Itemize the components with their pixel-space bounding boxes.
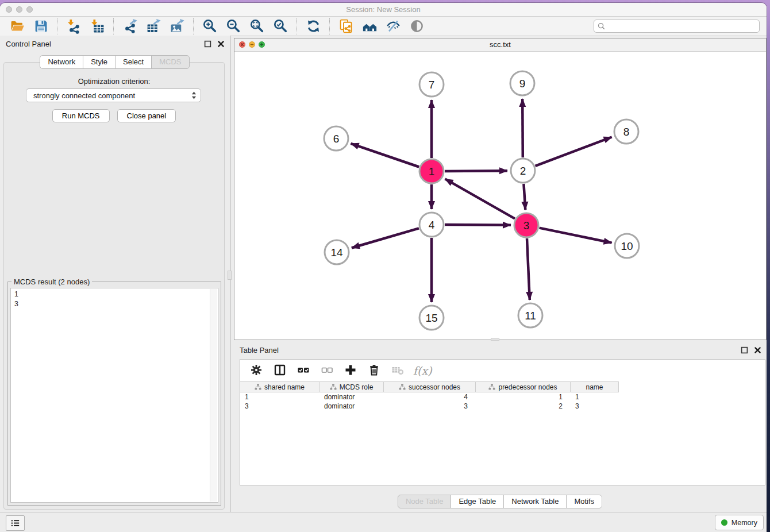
graph-edge-2-8[interactable] — [536, 137, 612, 166]
network-canvas[interactable]: 7968124314101511 — [234, 51, 766, 340]
graph-edge-2-9[interactable] — [522, 99, 523, 157]
column-header-predecessor-nodes[interactable]: predecessor nodes — [476, 381, 571, 392]
apply-layout-button[interactable] — [302, 18, 325, 35]
result-scrollbar[interactable] — [210, 289, 217, 502]
column-header-shared-name[interactable]: shared name — [240, 381, 319, 392]
zoom-fit-button[interactable] — [245, 18, 268, 35]
graph-node-9[interactable]: 9 — [510, 71, 534, 95]
network-minimize-button[interactable] — [249, 41, 255, 48]
minimize-window-button[interactable] — [16, 6, 22, 13]
import-table-button[interactable] — [86, 18, 109, 35]
network-maximize-button[interactable] — [259, 41, 265, 48]
table-cell[interactable]: 3 — [240, 402, 319, 410]
show-all-button[interactable] — [405, 18, 428, 35]
network-close-button[interactable] — [239, 41, 245, 48]
float-panel-icon[interactable] — [204, 40, 211, 48]
hide-columns-icon — [321, 364, 333, 378]
table-cell[interactable]: 1 — [571, 393, 619, 401]
graph-node-1[interactable]: 1 — [419, 159, 444, 183]
tab-network[interactable]: Network — [40, 55, 83, 69]
table-row[interactable]: 3dominator323 — [240, 402, 765, 411]
tab-style[interactable]: Style — [83, 55, 116, 69]
zoom-in-button[interactable] — [198, 18, 221, 35]
graph-node-label: 14 — [330, 246, 343, 259]
zoom-out-button[interactable] — [222, 18, 245, 35]
tab-select[interactable]: Select — [115, 55, 152, 69]
graph-edge-4-14[interactable] — [352, 228, 419, 248]
tab-network-table[interactable]: Network Table — [503, 495, 567, 508]
tab-edge-table[interactable]: Edge Table — [451, 495, 504, 508]
search-input[interactable] — [594, 20, 760, 33]
horizontal-splitter-handle[interactable] — [491, 338, 499, 341]
graph-edge-3-10[interactable] — [540, 228, 612, 243]
close-table-panel-icon[interactable] — [754, 346, 761, 354]
graph-node-14[interactable]: 14 — [325, 240, 349, 264]
clone-network-button[interactable] — [334, 18, 357, 35]
graph-edge-1-6[interactable] — [351, 144, 419, 167]
table-cell[interactable]: 2 — [476, 402, 571, 410]
close-panel-button[interactable]: Close panel — [117, 109, 176, 122]
zoom-selected-button[interactable] — [269, 18, 292, 35]
zoom-out-icon — [226, 18, 241, 34]
graph-node-11[interactable]: 11 — [518, 303, 542, 327]
table-cell[interactable]: 1 — [240, 393, 319, 401]
graph-node-2[interactable]: 2 — [511, 159, 535, 183]
graph-node-7[interactable]: 7 — [419, 72, 444, 97]
first-neighbors-button[interactable] — [358, 18, 381, 35]
graph-node-6[interactable]: 6 — [324, 126, 348, 151]
open-file-button[interactable] — [6, 18, 29, 35]
gear-button[interactable] — [245, 362, 267, 379]
column-header-successor-nodes[interactable]: successor nodes — [384, 381, 476, 392]
graph-node-3[interactable]: 3 — [514, 213, 538, 237]
toolbar-separator — [329, 18, 330, 34]
table-cell[interactable]: 4 — [384, 393, 476, 401]
main-toolbar — [0, 17, 767, 36]
criterion-dropdown[interactable]: strongly connected component — [26, 88, 201, 102]
column-header-label: successor nodes — [409, 383, 460, 391]
graph-edge-3-11[interactable] — [527, 238, 530, 300]
graph-edge-4-3[interactable] — [445, 225, 511, 225]
save-session-icon — [33, 18, 49, 34]
hide-columns-button[interactable] — [316, 362, 338, 379]
show-columns-button[interactable] — [292, 362, 314, 379]
table-cell[interactable]: dominator — [319, 393, 384, 401]
graph-node-4[interactable]: 4 — [419, 213, 444, 237]
maximize-window-button[interactable] — [26, 6, 33, 13]
graph-node-15[interactable]: 15 — [419, 306, 444, 330]
tab-mcds[interactable]: MCDS — [151, 55, 189, 69]
table-row[interactable]: 1dominator411 — [240, 392, 765, 402]
table-cell[interactable]: 3 — [384, 402, 476, 410]
graph-node-8[interactable]: 8 — [614, 119, 638, 144]
graph-node-10[interactable]: 10 — [615, 234, 639, 258]
tab-motifs[interactable]: Motifs — [566, 495, 602, 508]
import-table-icon — [90, 18, 105, 34]
column-header-name[interactable]: name — [571, 381, 619, 392]
save-session-button[interactable] — [29, 18, 52, 35]
graph-node-label: 7 — [429, 79, 435, 91]
tab-node-table[interactable]: Node Table — [398, 495, 452, 508]
table-cell[interactable]: dominator — [319, 402, 384, 410]
import-network-button[interactable] — [62, 18, 85, 35]
graph-edge-3-1[interactable] — [445, 179, 515, 218]
export-table-button[interactable] — [142, 18, 165, 35]
graph-edge-1-2[interactable] — [445, 171, 507, 171]
table-cell[interactable]: 3 — [571, 402, 619, 410]
vertical-splitter-handle[interactable] — [228, 271, 232, 280]
add-row-button[interactable] — [340, 362, 361, 379]
run-mcds-button[interactable]: Run MCDS — [52, 109, 110, 122]
float-table-panel-icon[interactable] — [741, 346, 748, 354]
table-cell[interactable]: 1 — [476, 393, 571, 401]
export-network-button[interactable] — [118, 18, 141, 35]
column-header-mcds-role[interactable]: MCDS role — [319, 381, 384, 392]
hide-selected-button[interactable] — [382, 18, 405, 35]
memory-button[interactable]: Memory — [715, 515, 764, 530]
task-history-button[interactable] — [6, 515, 25, 531]
mcds-result-textarea[interactable]: 13 — [10, 288, 218, 503]
close-panel-icon[interactable] — [217, 40, 225, 48]
export-image-button[interactable] — [165, 18, 188, 35]
window-titlebar: Session: New Session — [0, 3, 767, 17]
column-view-button[interactable] — [269, 362, 291, 379]
graph-edge-2-3[interactable] — [523, 184, 525, 210]
delete-row-button[interactable] — [363, 362, 385, 379]
close-window-button[interactable] — [6, 6, 12, 13]
